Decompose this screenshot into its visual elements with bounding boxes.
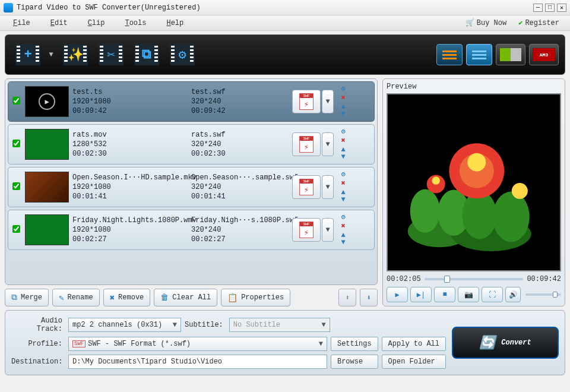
- row-checkbox[interactable]: [11, 140, 21, 150]
- crop-icon: ⧉: [142, 47, 151, 62]
- add-file-button[interactable]: +: [11, 40, 45, 69]
- preview-label: Preview: [387, 83, 561, 91]
- nvidia-icon: [500, 48, 521, 61]
- row-reorder-icon[interactable]: ▲▼: [341, 232, 345, 246]
- fullscreen-button[interactable]: ⛶: [482, 287, 503, 302]
- output-info: Friday.Nigh···s.1080P.swf320*24000:02:27: [191, 216, 292, 244]
- pencil-icon: ✎: [59, 293, 64, 303]
- snapshot-button[interactable]: 📷: [458, 287, 479, 302]
- row-checkbox[interactable]: [11, 182, 21, 192]
- remove-icon: ✖: [110, 293, 115, 303]
- row-delete-icon[interactable]: ✖: [341, 137, 345, 144]
- row-delete-icon[interactable]: ✖: [341, 94, 345, 102]
- apply-all-button[interactable]: Apply to All: [382, 337, 446, 351]
- audio-track-label: Audio Track:: [11, 317, 65, 333]
- list-item[interactable]: Open.Season.I···HD.sample.mkv1920*108000…: [8, 167, 375, 207]
- subtitle-select[interactable]: No Subtitle▼: [229, 318, 330, 332]
- register-link[interactable]: ✔Register: [512, 18, 565, 27]
- list-item[interactable]: Friday.Night.Lights.1080P.wmv1920*108000…: [8, 210, 375, 250]
- output-format-dropdown[interactable]: ▼: [322, 132, 334, 156]
- move-up-button[interactable]: ⬆: [338, 289, 356, 306]
- properties-button[interactable]: 📋Properties: [221, 289, 290, 306]
- seek-slider[interactable]: [425, 278, 524, 280]
- properties-label: Properties: [241, 293, 284, 302]
- profile-select[interactable]: SWFSWF - SWF Format (*.swf)▼: [68, 337, 327, 351]
- scissors-icon: ✂: [107, 47, 115, 63]
- source-info: Friday.Night.Lights.1080P.wmv1920*108000…: [72, 216, 191, 244]
- cart-icon: 🛒: [466, 18, 474, 27]
- row-reorder-icon[interactable]: ▲▼: [341, 146, 345, 160]
- list-icon: [442, 50, 457, 59]
- expand-icon: ⛶: [489, 290, 496, 299]
- move-down-button[interactable]: ⬇: [360, 289, 378, 306]
- profile-value: SWF - SWF Format (*.swf): [88, 340, 191, 348]
- settings-button[interactable]: Settings: [331, 337, 378, 351]
- output-format-dropdown[interactable]: ▼: [322, 175, 334, 199]
- swf-badge-icon: SWF: [72, 340, 86, 347]
- check-icon: ✔: [518, 18, 522, 27]
- row-delete-icon[interactable]: ✖: [341, 180, 345, 187]
- view-detail-button[interactable]: [466, 44, 492, 65]
- buy-now-label: Buy Now: [477, 19, 506, 27]
- svg-point-9: [467, 153, 486, 172]
- menu-edit[interactable]: Edit: [42, 17, 80, 30]
- crop-button[interactable]: ⧉: [130, 40, 163, 69]
- destination-input[interactable]: D:\My Documents\Tipard Studio\Video: [68, 355, 327, 369]
- convert-button[interactable]: 🔄 Convert: [452, 327, 559, 359]
- step-button[interactable]: ▶|: [410, 287, 432, 302]
- menu-clip[interactable]: Clip: [80, 17, 117, 30]
- audio-track-select[interactable]: mp2 2 channels (0x31)▼: [68, 318, 181, 332]
- effect-button[interactable]: ✨: [59, 40, 92, 69]
- clear-all-button[interactable]: 🗑Clear All: [154, 289, 217, 306]
- trim-button[interactable]: ✂: [94, 40, 128, 69]
- output-format-button[interactable]: ⚡: [292, 90, 321, 113]
- browse-button[interactable]: Browse: [331, 355, 378, 369]
- play-button[interactable]: ▶: [387, 287, 408, 302]
- merge-icon: ⧉: [11, 293, 17, 302]
- view-list-button[interactable]: [436, 44, 463, 65]
- merge-button[interactable]: ⧉Merge: [5, 289, 49, 306]
- output-format-button[interactable]: ⚡: [292, 132, 321, 156]
- row-delete-icon[interactable]: ✖: [341, 223, 345, 230]
- svg-point-11: [432, 176, 440, 185]
- open-folder-button[interactable]: Open Folder: [382, 355, 446, 369]
- menu-file[interactable]: File: [5, 17, 42, 30]
- plus-icon: +: [24, 48, 31, 62]
- buy-now-link[interactable]: 🛒Buy Now: [460, 18, 512, 27]
- volume-slider[interactable]: [525, 293, 561, 296]
- row-reorder-icon[interactable]: ▲▼: [341, 103, 345, 118]
- row-settings-icon[interactable]: ⚙: [341, 214, 345, 221]
- arrow-down-icon: ⬇: [366, 293, 370, 302]
- list-item[interactable]: rats.mov1280*53200:02:30rats.swf320*2400…: [8, 124, 375, 165]
- minimize-button[interactable]: —: [533, 4, 543, 12]
- preferences-button[interactable]: ⚙: [166, 40, 199, 69]
- rename-button[interactable]: ✎Rename: [52, 289, 100, 306]
- add-file-dropdown[interactable]: ▼: [47, 40, 55, 69]
- preview-video[interactable]: [387, 93, 561, 271]
- remove-button[interactable]: ✖Remove: [103, 289, 151, 306]
- list-item[interactable]: ▶test.ts1920*108000:09:42test.swf320*240…: [8, 81, 375, 122]
- destination-label: Destination:: [11, 358, 65, 366]
- svg-point-6: [493, 191, 530, 242]
- row-settings-icon[interactable]: ⚙: [341, 171, 345, 178]
- row-settings-icon[interactable]: ⚙: [341, 86, 345, 93]
- output-info: rats.swf320*24000:02:30: [191, 130, 292, 159]
- row-checkbox[interactable]: [11, 225, 21, 235]
- output-format-button[interactable]: ⚡: [292, 218, 321, 242]
- sparkle-icon: ✨: [68, 47, 84, 63]
- output-format-dropdown[interactable]: ▼: [322, 218, 334, 242]
- nvidia-button[interactable]: [496, 44, 525, 65]
- menu-tools[interactable]: Tools: [116, 17, 158, 30]
- amd-button[interactable]: AMD: [529, 44, 559, 65]
- row-reorder-icon[interactable]: ▲▼: [341, 189, 345, 203]
- output-format-dropdown[interactable]: ▼: [322, 90, 334, 113]
- maximize-button[interactable]: □: [545, 4, 555, 12]
- row-settings-icon[interactable]: ⚙: [341, 128, 345, 135]
- close-button[interactable]: ✕: [557, 4, 566, 12]
- volume-button[interactable]: 🔊: [505, 287, 521, 302]
- preview-position: 00:02:05: [387, 275, 421, 283]
- output-format-button[interactable]: ⚡: [292, 175, 321, 199]
- menu-help[interactable]: Help: [158, 17, 195, 30]
- stop-button[interactable]: ■: [434, 287, 455, 302]
- row-checkbox[interactable]: [11, 97, 21, 107]
